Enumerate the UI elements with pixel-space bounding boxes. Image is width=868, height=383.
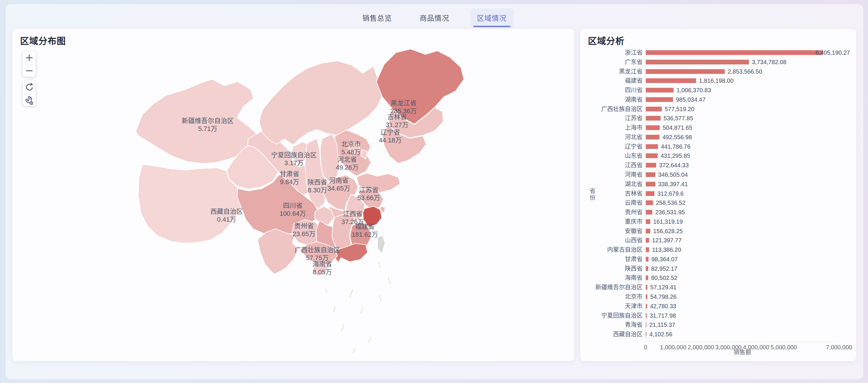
- minus-icon: [23, 64, 36, 77]
- bar-山西省[interactable]: [646, 238, 649, 243]
- bar-安徽省[interactable]: [646, 229, 650, 233]
- bar-category-label: 河北省: [580, 133, 643, 142]
- province-xizang[interactable]: [138, 164, 243, 243]
- bar-贵州省[interactable]: [646, 210, 652, 214]
- bar-category-label: 广西壮族自治区: [580, 105, 643, 114]
- analysis-card-title: 区域分析: [588, 34, 625, 47]
- bar-甘肃省[interactable]: [646, 257, 649, 262]
- province-yunnan[interactable]: [258, 229, 299, 274]
- bar-value-label: 6,405,190.27: [815, 48, 850, 57]
- bar-江苏省[interactable]: [646, 116, 660, 121]
- map-label-name-gansu: 甘肃省: [280, 170, 299, 178]
- bar-category-label: 海南省: [580, 273, 643, 282]
- zoom-out-button[interactable]: [23, 64, 36, 77]
- bar-内蒙古自治区[interactable]: [646, 247, 649, 252]
- tab-bar: 销售总览 商品情况 区域情况: [6, 8, 863, 27]
- bar-海南省[interactable]: [646, 275, 648, 280]
- map-card: 区域分布图: [12, 29, 574, 361]
- map-label-name-fujian: 福建省: [355, 223, 375, 230]
- map-label-name-ningxia: 宁夏回族自治区: [271, 151, 317, 159]
- bar-category-label: 陕西省: [580, 264, 643, 273]
- bar-北京市[interactable]: [646, 294, 647, 299]
- bar-河南省[interactable]: [646, 172, 655, 177]
- bar-category-label: 宁夏回族自治区: [580, 311, 643, 320]
- bar-宁夏回族自治区[interactable]: [646, 313, 647, 318]
- bar-四川省[interactable]: [646, 88, 674, 92]
- bar-category-label: 湖北省: [580, 180, 643, 188]
- bar-category-label: 新疆维吾尔自治区: [580, 283, 643, 292]
- bar-广东省[interactable]: [646, 60, 749, 64]
- tab-region[interactable]: 区域情况: [470, 8, 514, 27]
- map-label-name-jilin: 吉林省: [387, 113, 407, 121]
- bar-上海市[interactable]: [646, 125, 660, 130]
- bar-value-label: 441,786.76: [661, 142, 690, 151]
- china-map[interactable]: 新疆维吾尔自治区5.71万黑龙江省285.36万吉林省31.27万辽宁省44.1…: [12, 29, 574, 361]
- bar-陕西省[interactable]: [646, 266, 648, 271]
- map-label-value-jiangsu: 53.66万: [357, 194, 380, 202]
- bar-value-label: 121,397.77: [652, 236, 682, 245]
- x-tick-label: 5,000,000: [760, 344, 807, 351]
- bar-category-label: 内蒙古自治区: [580, 245, 643, 254]
- bar-value-label: 372,644.33: [659, 161, 689, 170]
- bar-新疆维吾尔自治区[interactable]: [646, 285, 647, 290]
- province-taiwan[interactable]: [378, 235, 385, 254]
- bar-黑龙江省[interactable]: [646, 69, 725, 74]
- island-mark: [342, 324, 344, 331]
- bar-云南省[interactable]: [646, 200, 653, 205]
- bar-湖南省[interactable]: [646, 97, 673, 102]
- bar-category-label: 广东省: [580, 58, 643, 66]
- pan-toggle-button[interactable]: [23, 93, 36, 106]
- bar-广西壮族自治区[interactable]: [646, 107, 662, 111]
- province-neimenggu[interactable]: [259, 61, 382, 145]
- bar-category-label: 西藏自治区: [580, 330, 643, 339]
- reset-view-button[interactable]: [23, 81, 36, 93]
- plus-icon: [23, 52, 36, 64]
- island-mark: [388, 278, 391, 284]
- bar-湖北省[interactable]: [646, 182, 655, 186]
- bar-value-label: 985,034.47: [676, 95, 706, 104]
- map-tool-controls: [23, 81, 36, 106]
- bar-category-label: 云南省: [580, 198, 643, 207]
- bar-山东省[interactable]: [646, 153, 658, 158]
- map-label-value-sichuan: 100.64万: [279, 210, 306, 217]
- bar-西藏自治区[interactable]: [646, 332, 646, 336]
- bar-category-label: 黑龙江省: [580, 67, 643, 76]
- bar-category-label: 甘肃省: [580, 255, 643, 264]
- bar-天津市[interactable]: [646, 304, 647, 308]
- bar-青海省[interactable]: [646, 322, 646, 327]
- island-mark: [350, 290, 353, 297]
- bar-福建省[interactable]: [646, 78, 696, 83]
- map-label-name-heilongjiang: 黑龙江省: [391, 99, 416, 107]
- bar-category-label: 山西省: [580, 236, 643, 245]
- bar-value-label: 338,397.41: [658, 180, 688, 188]
- bar-value-label: 346,505.04: [658, 170, 688, 179]
- map-label-name-jiangxi: 江西省: [343, 210, 363, 217]
- bar-浙江省[interactable]: [646, 50, 823, 55]
- bar-category-label: 北京市: [580, 292, 643, 301]
- bar-value-label: 161,319.19: [653, 217, 683, 226]
- map-label-name-hainan: 海南省: [313, 260, 332, 268]
- tab-sales-overview[interactable]: 销售总览: [356, 8, 399, 27]
- bar-category-label: 辽宁省: [580, 142, 643, 151]
- bar-河北省[interactable]: [646, 135, 659, 140]
- map-label-name-shaanxi: 陕西省: [308, 178, 327, 186]
- bar-category-label: 四川省: [580, 86, 643, 94]
- zoom-in-button[interactable]: [23, 52, 36, 64]
- bar-value-label: 156,628.25: [653, 227, 683, 236]
- bar-category-label: 河南省: [580, 170, 643, 179]
- bar-category-label: 浙江省: [580, 48, 643, 57]
- analysis-card: 区域分析 省份 销售额 01,000,0002,000,0003,000,000…: [580, 29, 856, 361]
- bar-value-label: 31,717.98: [650, 311, 676, 320]
- tab-product[interactable]: 商品情况: [413, 8, 456, 27]
- map-label-value-beijing: 5.48万: [342, 148, 361, 156]
- island-mark: [334, 307, 335, 312]
- map-label-value-xinjiang: 5.71万: [198, 125, 217, 132]
- bar-江西省[interactable]: [646, 163, 656, 168]
- bar-辽宁省[interactable]: [646, 144, 658, 149]
- bar-重庆市[interactable]: [646, 219, 650, 224]
- province-heilongjiang[interactable]: [376, 49, 464, 124]
- island-mark: [361, 307, 363, 313]
- map-zoom-controls: [23, 52, 36, 77]
- bar-value-label: 431,295.85: [660, 151, 690, 160]
- bar-吉林省[interactable]: [646, 191, 654, 196]
